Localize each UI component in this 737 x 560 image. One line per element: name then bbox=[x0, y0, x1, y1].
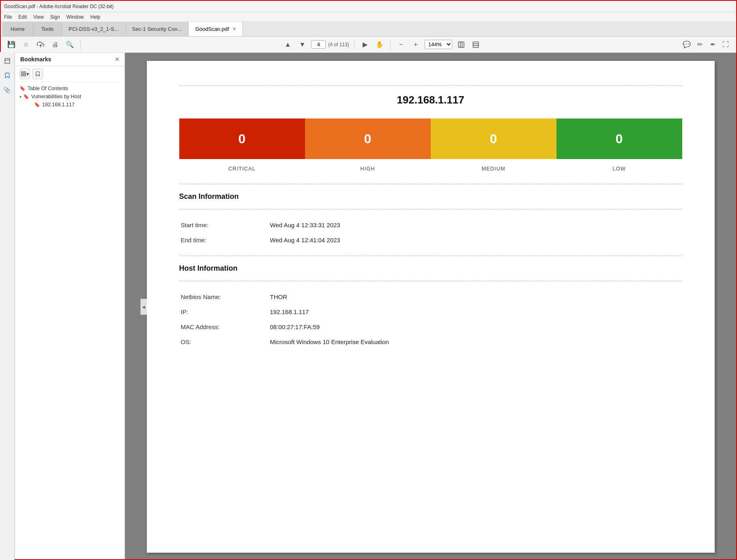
left-icon-strip: 📎 bbox=[0, 52, 15, 560]
sidebar-title: Bookmarks bbox=[20, 56, 51, 62]
sidebar: Bookmarks ✕ ▾ 🔖 Table O bbox=[15, 53, 125, 560]
host-row-netbios: Netbios Name: THOR bbox=[179, 289, 682, 304]
save-button[interactable]: 💾 bbox=[6, 39, 17, 50]
scan-end-label: End time: bbox=[179, 233, 269, 248]
bookmark-tree: 🔖 Table Of Contents ▾ 🔖 Vulnerabilities … bbox=[15, 82, 125, 111]
zoom-out-button[interactable]: − bbox=[395, 39, 407, 50]
bookmark-icon-ip: 🔖 bbox=[34, 102, 40, 108]
critical-cell: 0 bbox=[179, 118, 305, 159]
toolbar-sep3 bbox=[390, 40, 391, 50]
host-ip-label: IP: bbox=[179, 304, 269, 319]
menu-bar: File Edit View Sign Window Help bbox=[1, 12, 736, 22]
host-netbios-value: THOR bbox=[269, 289, 682, 304]
pen-button[interactable]: ✏ bbox=[694, 39, 705, 50]
svg-rect-4 bbox=[473, 42, 479, 47]
cloud-upload-button[interactable] bbox=[35, 39, 46, 50]
pdf-page: ◀ 192.168.1.117 0 0 0 0 CRITICAL HIGH ME… bbox=[147, 61, 715, 553]
toolbar: 💾 ☆ 🖨 🔍 ▲ ▼ (4 of 113) ▶ ✋ − + 144% 100%… bbox=[1, 37, 736, 53]
svg-rect-1 bbox=[458, 42, 464, 47]
tab-tools[interactable]: Tools bbox=[33, 22, 62, 36]
left-icon-attachment[interactable]: 📎 bbox=[1, 84, 14, 97]
menu-edit[interactable]: Edit bbox=[18, 14, 27, 20]
toolbar-center: ▲ ▼ (4 of 113) ▶ ✋ − + 144% 100% 75% 50%… bbox=[86, 39, 678, 50]
fit-page-button[interactable] bbox=[456, 39, 467, 50]
prev-page-button[interactable]: ▲ bbox=[282, 39, 293, 50]
host-mac-value: 08:00:27:17:FA:59 bbox=[269, 319, 682, 334]
bookmark-icon-vuln: 🔖 bbox=[23, 94, 29, 99]
host-inner-divider bbox=[179, 281, 682, 281]
sidebar-toolbar: ▾ bbox=[15, 66, 125, 82]
left-icon-bookmark[interactable] bbox=[1, 69, 14, 82]
tab-sec1[interactable]: Sec-1 Security Con... bbox=[126, 22, 189, 36]
tab-close-icon[interactable]: ✕ bbox=[232, 26, 236, 32]
print-button[interactable]: 🖨 bbox=[49, 39, 61, 50]
hand-tool-button[interactable]: ✋ bbox=[374, 39, 385, 50]
toolbar-right: 💬 ✏ ✒ ⛶ bbox=[681, 39, 731, 50]
host-row-ip: IP: 192.168.1.117 bbox=[179, 304, 682, 319]
expand-button[interactable]: ⛶ bbox=[720, 39, 731, 50]
host-mac-label: MAC Address: bbox=[179, 319, 269, 334]
svg-rect-10 bbox=[24, 72, 26, 73]
medium-cell: 0 bbox=[431, 118, 557, 159]
bookmark-vuln-host[interactable]: ▾ 🔖 Vulnerabilities by Host bbox=[15, 93, 125, 101]
host-os-label: OS: bbox=[179, 334, 269, 349]
expand-icon-vuln[interactable]: ▾ bbox=[19, 95, 21, 99]
tab-bar: Home Tools PCI-DSS-v3_2_1-S... Sec-1 Sec… bbox=[1, 22, 736, 37]
sidebar-header: Bookmarks ✕ bbox=[15, 53, 125, 66]
search-button[interactable]: 🔍 bbox=[64, 39, 75, 50]
scan-end-row: End time: Wed Aug 4 12:41:04 2023 bbox=[179, 233, 682, 248]
zoom-in-button[interactable]: + bbox=[410, 39, 421, 50]
toolbar-sep2 bbox=[354, 40, 355, 50]
menu-window[interactable]: Window bbox=[67, 14, 84, 20]
sidebar-search-button[interactable] bbox=[32, 69, 43, 79]
bookmark-button[interactable]: ☆ bbox=[20, 39, 32, 50]
scan-divider bbox=[179, 184, 682, 184]
svg-rect-11 bbox=[21, 74, 23, 76]
page-navigation: (4 of 113) bbox=[311, 40, 349, 49]
content-area[interactable]: ◀ 192.168.1.117 0 0 0 0 CRITICAL HIGH ME… bbox=[125, 53, 736, 560]
fit-width-button[interactable] bbox=[470, 39, 481, 50]
tab-goodscan[interactable]: GoodScan.pdf ✕ bbox=[189, 22, 243, 36]
critical-label: CRITICAL bbox=[179, 164, 305, 172]
low-cell: 0 bbox=[557, 118, 682, 159]
severity-labels: CRITICAL HIGH MEDIUM LOW bbox=[179, 164, 682, 172]
next-page-button[interactable]: ▼ bbox=[297, 39, 308, 50]
sidebar-close-button[interactable]: ✕ bbox=[115, 56, 120, 62]
high-cell: 0 bbox=[305, 118, 431, 159]
menu-help[interactable]: Help bbox=[90, 14, 101, 20]
left-icon-page[interactable] bbox=[1, 54, 14, 67]
sidebar-options-button[interactable]: ▾ bbox=[19, 69, 30, 79]
menu-sign[interactable]: Sign bbox=[50, 14, 60, 20]
page-number-input[interactable] bbox=[311, 40, 326, 49]
comment-button[interactable]: 💬 bbox=[681, 39, 692, 50]
severity-bar: 0 0 0 0 bbox=[179, 118, 682, 159]
host-netbios-label: Netbios Name: bbox=[179, 289, 269, 304]
bookmark-toc[interactable]: 🔖 Table Of Contents bbox=[15, 84, 125, 93]
host-divider bbox=[179, 256, 682, 256]
signature-button[interactable]: ✒ bbox=[707, 39, 718, 50]
menu-view[interactable]: View bbox=[33, 14, 44, 20]
collapse-handle[interactable]: ◀ bbox=[140, 299, 147, 315]
svg-rect-12 bbox=[24, 74, 26, 76]
zoom-select[interactable]: 144% 100% 75% 50% 200% bbox=[425, 40, 452, 49]
host-os-value: Microsoft Windows 10 Enterprise Evaluati… bbox=[269, 334, 682, 349]
scan-start-label: Start time: bbox=[179, 218, 269, 233]
host-info-table: Netbios Name: THOR IP: 192.168.1.117 MAC… bbox=[179, 289, 682, 349]
host-row-os: OS: Microsoft Windows 10 Enterprise Eval… bbox=[179, 334, 682, 349]
top-divider bbox=[179, 85, 682, 86]
title-bar: GoodScan.pdf - Adobe Acrobat Reader DC (… bbox=[1, 1, 736, 12]
page-total: (4 of 113) bbox=[328, 42, 349, 47]
tab-pci[interactable]: PCI-DSS-v3_2_1-S... bbox=[62, 22, 126, 36]
scan-start-value: Wed Aug 4 12:33:31 2023 bbox=[269, 218, 682, 233]
menu-file[interactable]: File bbox=[4, 14, 12, 20]
cursor-tool-button[interactable]: ▶ bbox=[359, 39, 371, 50]
low-label: LOW bbox=[557, 164, 682, 172]
host-title: 192.168.1.117 bbox=[179, 94, 682, 106]
main-layout: 📎 Bookmarks ✕ ▾ bbox=[1, 53, 736, 560]
tab-home[interactable]: Home bbox=[2, 22, 33, 36]
window-title: GoodScan.pdf - Adobe Acrobat Reader DC (… bbox=[4, 4, 114, 9]
high-label: HIGH bbox=[305, 164, 431, 172]
bookmark-ip[interactable]: 🔖 192.168.1.117 bbox=[15, 101, 125, 109]
host-info-title: Host Information bbox=[179, 264, 682, 273]
scan-info-title: Scan Information bbox=[179, 192, 682, 201]
